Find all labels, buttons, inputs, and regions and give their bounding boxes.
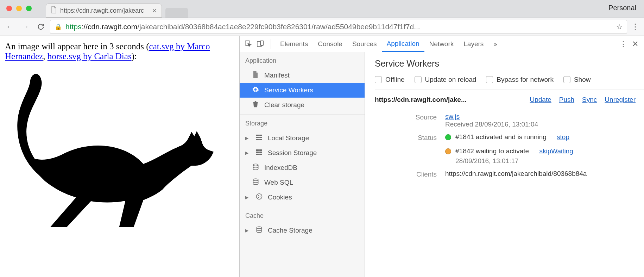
show-checkbox[interactable]: Show <box>563 76 591 84</box>
status-1-text: #1841 activated and is running <box>455 133 547 141</box>
service-worker-details: Source sw.js Received 28/09/2016, 13:01:… <box>375 106 644 178</box>
device-toolbar-icon[interactable] <box>254 38 266 50</box>
database-icon <box>252 178 259 187</box>
trash-icon <box>252 101 259 110</box>
new-tab-button[interactable] <box>165 8 188 18</box>
sidebar-item-websql[interactable]: Web SQL <box>240 175 365 190</box>
reload-button[interactable] <box>34 20 47 33</box>
offline-checkbox[interactable]: Offline <box>375 76 405 84</box>
svg-rect-8 <box>256 139 259 140</box>
bypass-checkbox[interactable]: Bypass for network <box>486 76 554 84</box>
group-cache: Cache <box>240 207 365 223</box>
sync-link[interactable]: Sync <box>582 96 597 104</box>
svg-rect-14 <box>256 154 259 155</box>
tab-layers[interactable]: Layers <box>459 36 488 52</box>
svg-point-21 <box>258 197 259 198</box>
sidebar-item-local-storage[interactable]: ▶ Local Storage <box>240 131 365 146</box>
svg-rect-2 <box>260 41 263 45</box>
sidebar-item-clear-storage[interactable]: Clear storage <box>240 98 365 112</box>
sidebar-item-service-workers[interactable]: Service Workers <box>240 83 365 98</box>
source-label: Source <box>375 113 445 128</box>
address-bar[interactable]: 🔒 https://cdn.rawgit.com/jakearchibald/8… <box>50 20 627 34</box>
sidebar-item-label: Clear storage <box>264 101 304 109</box>
page-content: An image will appear here in 3 seconds (… <box>0 36 239 277</box>
svg-rect-4 <box>256 135 259 136</box>
devtools-tabbar: Elements Console Sources Application Net… <box>240 36 644 52</box>
separator <box>271 39 271 49</box>
svg-rect-12 <box>256 152 259 153</box>
expand-arrow-icon[interactable]: ▶ <box>245 150 250 155</box>
status-line-2: #1842 waiting to activate skipWaiting <box>445 147 644 155</box>
expand-arrow-icon[interactable]: ▶ <box>245 136 250 141</box>
file-icon <box>51 6 57 15</box>
unregister-link[interactable]: Unregister <box>605 96 636 104</box>
group-storage: Storage <box>240 115 365 131</box>
stop-link[interactable]: stop <box>557 133 569 141</box>
devtools-menu-icon[interactable]: ⋮ <box>619 39 627 49</box>
sidebar-item-manifest[interactable]: Manifest <box>240 68 365 83</box>
browser-menu-button[interactable]: ⋮ <box>630 22 640 31</box>
devtools-close-icon[interactable]: ✕ <box>632 39 638 49</box>
tab-network[interactable]: Network <box>424 36 459 52</box>
source-received: Received 28/09/2016, 13:01:04 <box>445 121 538 128</box>
tab-application[interactable]: Application <box>382 36 424 52</box>
application-sidebar: Application Manifest Service Workers Cle… <box>240 52 365 277</box>
svg-point-18 <box>256 194 262 199</box>
toolbar: ← → 🔒 https://cdn.rawgit.com/jakearchiba… <box>0 18 644 36</box>
back-button[interactable]: ← <box>4 20 16 33</box>
inspect-element-icon[interactable] <box>242 38 254 50</box>
tab-title: https://cdn.rawgit.com/jakearc <box>60 7 149 14</box>
push-link[interactable]: Push <box>559 96 574 104</box>
sidebar-item-label: Local Storage <box>268 134 309 142</box>
tab-sources[interactable]: Sources <box>347 36 382 52</box>
maximize-window-button[interactable] <box>26 6 32 11</box>
close-window-button[interactable] <box>6 6 12 11</box>
svg-rect-9 <box>259 139 262 140</box>
tab-overflow-icon[interactable]: » <box>488 36 502 52</box>
browser-tab[interactable]: https://cdn.rawgit.com/jakearc ✕ <box>46 4 162 18</box>
svg-rect-7 <box>259 137 262 138</box>
expand-arrow-icon[interactable]: ▶ <box>245 228 250 233</box>
svg-point-19 <box>258 195 258 196</box>
clients-label: Clients <box>375 170 445 178</box>
source-value: sw.js Received 28/09/2016, 13:01:04 <box>445 113 644 128</box>
status-2-time: 28/09/2016, 13:01:17 <box>455 157 644 165</box>
window-controls <box>0 6 32 18</box>
status-line-1: #1841 activated and is running stop <box>445 133 644 141</box>
close-tab-icon[interactable]: ✕ <box>152 7 157 14</box>
scope-url: https://cdn.rawgit.com/jake... <box>375 96 467 104</box>
tab-elements[interactable]: Elements <box>275 36 313 52</box>
svg-point-22 <box>257 227 261 229</box>
tab-console[interactable]: Console <box>313 36 347 52</box>
expand-arrow-icon[interactable]: ▶ <box>245 195 250 200</box>
profile-label[interactable]: Personal <box>608 4 644 18</box>
lock-icon: 🔒 <box>55 23 62 31</box>
sidebar-item-label: Session Storage <box>268 149 317 157</box>
svg-rect-13 <box>259 152 262 153</box>
link-horse-svg[interactable]: horse.svg by Carla Dias <box>48 51 132 61</box>
sidebar-item-label: Cookies <box>268 193 292 201</box>
minimize-window-button[interactable] <box>16 6 22 11</box>
source-file-link[interactable]: sw.js <box>445 113 460 120</box>
update-on-reload-checkbox[interactable]: Update on reload <box>415 76 476 84</box>
sidebar-item-session-storage[interactable]: ▶ Session Storage <box>240 146 365 160</box>
svg-rect-10 <box>256 149 259 151</box>
skipwaiting-link[interactable]: skipWaiting <box>539 147 573 155</box>
url-host: ://cdn.rawgit.com <box>82 23 138 31</box>
text-sep: , <box>43 51 48 61</box>
forward-button[interactable]: → <box>19 20 32 33</box>
gear-icon <box>252 86 259 95</box>
svg-rect-5 <box>259 135 262 136</box>
database-icon <box>252 164 259 172</box>
panel-title: Service Workers <box>375 59 644 69</box>
update-link[interactable]: Update <box>530 96 551 104</box>
svg-point-20 <box>259 196 260 197</box>
sidebar-item-cache-storage[interactable]: ▶ Cache Storage <box>240 223 365 238</box>
bookmark-star-icon[interactable]: ☆ <box>616 23 623 31</box>
sidebar-item-cookies[interactable]: ▶ Cookies <box>240 190 365 205</box>
sidebar-item-indexeddb[interactable]: IndexedDB <box>240 160 365 175</box>
service-workers-panel: Service Workers Offline Update on reload… <box>365 52 644 277</box>
sidebar-item-label: Cache Storage <box>268 227 312 234</box>
sidebar-item-label: Web SQL <box>264 179 293 186</box>
panel-options-row: Offline Update on reload Bypass for netw… <box>375 74 644 90</box>
